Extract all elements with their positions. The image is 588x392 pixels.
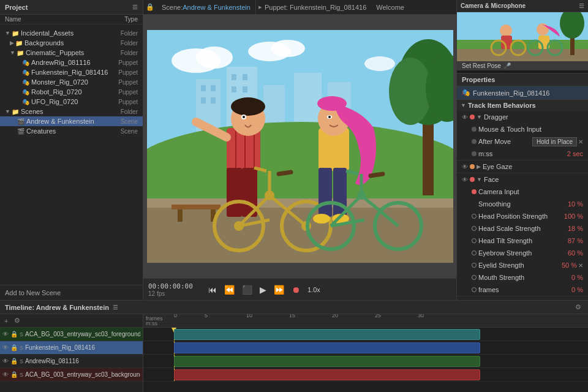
camera-panel-menu-icon[interactable]: ☰	[579, 2, 584, 9]
track-lock-andrew[interactable]: 🔒	[10, 358, 18, 364]
eye-gaze-label: Eye Gaze	[483, 163, 583, 170]
ruler-15: 15	[289, 314, 295, 318]
clip-foreground[interactable]	[174, 329, 480, 340]
tree-item-scenes-folder[interactable]: ▼ 📁 Scenes Folder	[0, 107, 143, 116]
add-to-new-scene-button[interactable]: Add to New Scene	[0, 285, 143, 300]
set-rest-pose-button[interactable]: Set Rest Pose 🎤	[457, 61, 588, 70]
track-eye-funk[interactable]: 👁	[2, 344, 9, 351]
time-display-block: 00:00:00:00 12 fps	[148, 282, 203, 297]
dragger-arrow: ▼	[477, 114, 482, 120]
track-row-background: 👁 🔒 S ACA_BG_003_entryway_sc03_backgroun…	[0, 368, 143, 382]
tree-item-funkenstein-puppet[interactable]: 🎭 Funkenstein_Rig_081416 Puppet	[0, 67, 143, 77]
camera-input-label: Camera Input	[478, 188, 583, 195]
puppet-tab-label[interactable]: Puppet: Funkenstein_Rig_081416	[265, 4, 366, 11]
track-row-funkenstein: 👁 🔒 S Funkenstein_Rig_081416	[0, 341, 143, 355]
tree-item-andrew-puppet[interactable]: 🎭 AndrewRig_081116 Puppet	[0, 58, 143, 67]
parallax-row: frames 0 %	[457, 284, 588, 296]
ruler-30: 30	[418, 314, 424, 318]
folder-icon: 📁	[15, 40, 23, 47]
tree-item-name: Andrew & Funkenstein	[26, 118, 112, 125]
face-eye-icon[interactable]: 👁	[462, 176, 468, 183]
play-button[interactable]: ▶	[257, 284, 269, 296]
camera-preview-image	[457, 12, 588, 61]
face-header-row[interactable]: 👁 ▼ Face	[457, 173, 588, 186]
project-tree: ▼ 📁 Incidental_Assets Folder ▶ 📁 Backgro…	[0, 26, 143, 285]
scene-tab-name: Andrew & Funkenstein	[183, 4, 251, 11]
tree-item-monster-puppet[interactable]: 🎭 Monster_Rig_0720 Puppet	[0, 77, 143, 87]
svg-rect-15	[232, 74, 236, 80]
track-name-fg: ACA_BG_003_entryway_sc03_foreground	[25, 331, 140, 337]
rate-display: 1.0x	[307, 286, 320, 293]
eye-gaze-header-row[interactable]: 👁 ▶ Eye Gaze	[457, 160, 588, 173]
eye-gaze-eye-icon[interactable]: 👁	[462, 164, 468, 170]
head-scale-row: Head Scale Strength 18 %	[457, 222, 588, 235]
record-button[interactable]: ⏺	[289, 284, 303, 296]
tab-separator: ▸	[258, 3, 262, 11]
tree-item-type: Puppet	[112, 59, 143, 66]
tree-item-cinematic[interactable]: ▼ 📁 Cinematic_Puppets Folder	[0, 48, 143, 58]
scene-tab-scene-label: Scene:	[162, 4, 183, 11]
tree-item-ufo-puppet[interactable]: 🎭 UFO_Rig_0720 Puppet	[0, 97, 143, 107]
track-solo-fg[interactable]: S	[20, 331, 23, 337]
track-solo-funk[interactable]: S	[20, 345, 23, 351]
mouse-touch-row: Mouse & Touch Input	[457, 123, 588, 135]
timeline-tool-1[interactable]: ⚙	[573, 303, 583, 312]
right-panel: Camera & Microphone ☰	[456, 0, 588, 300]
track-eye-bg[interactable]: 👁	[2, 371, 9, 378]
track-name-andrew: AndrewRig_081116	[25, 358, 140, 364]
step-forward-button[interactable]: ⏩	[271, 284, 287, 296]
track-eye-fg[interactable]: 👁	[2, 331, 9, 337]
track-eye-andrew[interactable]: 👁	[2, 358, 9, 364]
project-panel: Project ☰ Name Type ▼ 📁 Incidental_Asset…	[0, 0, 143, 300]
welcome-tab[interactable]: Welcome	[376, 4, 404, 11]
track-behaviors-header[interactable]: ▼ Track Item Behaviors	[457, 100, 588, 111]
scene-icon: 🎬	[17, 128, 24, 135]
tl-add-track-button[interactable]: +	[2, 317, 10, 325]
lock-icon: 🔒	[146, 3, 154, 11]
dragger-label: Dragger	[484, 113, 583, 121]
tree-item-name: Monster_Rig_0720	[31, 78, 112, 86]
svg-point-25	[389, 58, 432, 125]
clip-andrew[interactable]	[174, 356, 480, 367]
tree-item-creatures-scene[interactable]: 🎬 Creatures Scene	[0, 126, 143, 136]
ruler-10: 10	[246, 314, 252, 318]
mouse-touch-label: Mouse & Touch Input	[478, 126, 583, 133]
return-duration-dot	[472, 151, 477, 156]
tree-item-robot-puppet[interactable]: 🎭 Robot_Rig_0720 Puppet	[0, 87, 143, 97]
tree-item-incidental[interactable]: ▼ 📁 Incidental_Assets Folder	[0, 28, 143, 38]
track-solo-bg[interactable]: S	[20, 372, 23, 378]
puppet-name-label: Funkenstein_Rig_081416	[473, 89, 549, 97]
clip-funkenstein[interactable]	[174, 342, 480, 353]
camera-input-dot	[472, 189, 477, 194]
center-panel: 🔒 Scene: Andrew & Funkenstein ▸ Puppet: …	[143, 0, 456, 300]
step-back-button[interactable]: ⏪	[222, 284, 237, 296]
folder-icon: 📁	[17, 50, 24, 56]
track-solo-andrew[interactable]: S	[20, 358, 23, 364]
clip-background[interactable]	[174, 369, 480, 380]
scene-tab[interactable]: Scene: Andrew & Funkenstein	[157, 0, 256, 15]
eyelid-x-icon[interactable]: ✕	[578, 262, 583, 269]
head-tilt-label: Head Tilt Strength	[478, 237, 568, 244]
dragger-eye-icon[interactable]: 👁	[462, 114, 468, 121]
track-lock-fg[interactable]: 🔒	[10, 331, 18, 337]
track-lock-funk[interactable]: 🔒	[10, 344, 18, 351]
timeline-panel-menu-icon[interactable]: ☰	[113, 304, 118, 311]
tree-item-andrew-scene[interactable]: 🎬 Andrew & Funkenstein Scene	[0, 116, 143, 126]
tl-options-button[interactable]: ⚙	[12, 316, 22, 325]
track-lock-bg[interactable]: 🔒	[10, 371, 18, 378]
tree-item-backgrounds[interactable]: ▶ 📁 Backgrounds Folder	[0, 38, 143, 48]
tree-item-type: Folder	[112, 50, 143, 56]
dragger-header-row[interactable]: 👁 ▼ Dragger	[457, 111, 588, 123]
dropdown-close-icon[interactable]: ✕	[578, 138, 583, 145]
hold-in-place-button[interactable]: Hold in Place	[532, 137, 577, 146]
stop-button[interactable]: ⬛	[239, 284, 255, 296]
rewind-button[interactable]: ⏮	[206, 284, 219, 296]
project-panel-menu-icon[interactable]: ☰	[132, 4, 138, 10]
smoothing-label: Smoothing	[478, 200, 568, 208]
timeline-panel: Timeline: Andrew & Funkenstein ☰ ⚙ + ⚙ 👁…	[0, 300, 588, 392]
track-name-funk: Funkenstein_Rig_081416	[25, 344, 140, 351]
after-move-dropdown[interactable]: Hold in Place ✕	[532, 137, 583, 146]
timeline-header-left: Timeline: Andrew & Funkenstein ☰	[5, 304, 118, 311]
clip-row-andrew	[143, 355, 588, 368]
set-rest-pose-label: Set Rest Pose	[462, 62, 501, 69]
